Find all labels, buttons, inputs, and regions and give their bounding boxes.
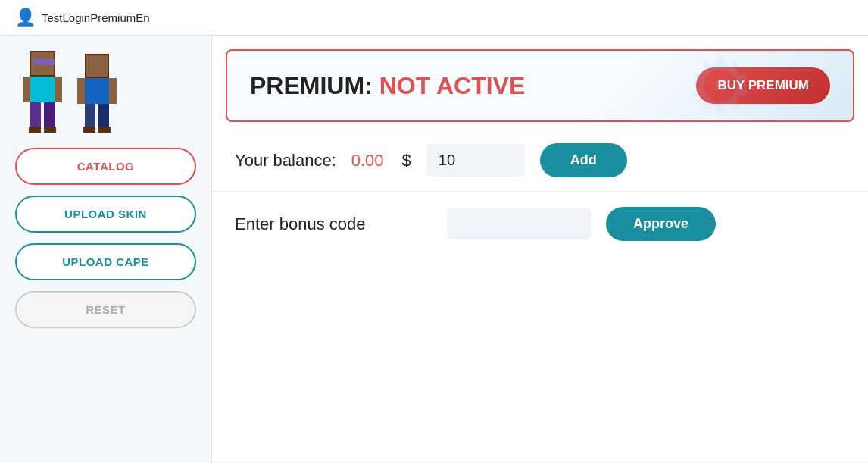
buy-premium-button[interactable]: BUY PREMIUM <box>696 67 830 104</box>
bonus-label: Enter bonus code <box>235 214 432 234</box>
skin-foot-right-1 <box>44 127 56 133</box>
skin-arm-right-2 <box>109 78 117 104</box>
balance-label: Your balance: <box>235 151 336 170</box>
skin-torso-2 <box>85 78 109 104</box>
skin-head-2 <box>85 54 109 78</box>
skin-foot-2a <box>83 127 95 133</box>
add-button[interactable]: Add <box>540 143 627 177</box>
skin-feet-1 <box>29 127 56 133</box>
user-info: 👤 TestLoginPremiumEn <box>15 8 150 27</box>
skin-leg-right-1 <box>44 102 55 127</box>
skin-legs-1 <box>30 102 55 127</box>
premium-label: PREMIUM: <box>250 72 379 99</box>
top-bar: 👤 TestLoginPremiumEn <box>0 0 868 36</box>
username-label: TestLoginPremiumEn <box>42 11 150 24</box>
skin-body-1 <box>23 77 62 102</box>
skin-legs-2 <box>85 104 109 127</box>
skin-leg-left-2 <box>85 104 95 127</box>
balance-amount: 0.00 <box>351 151 384 170</box>
skin-body-2 <box>77 78 117 104</box>
skin-leg-left-1 <box>30 102 41 127</box>
sidebar: CATALOG UPLOAD SKIN UPLOAD CAPE RESET <box>0 36 212 462</box>
premium-banner: PREMIUM: NOT ACTIVE ⚙ BUY PREMIUM <box>226 49 854 122</box>
balance-row: Your balance: 0.00 $ Add <box>212 130 868 192</box>
skin-figure-front <box>23 51 62 133</box>
user-avatar-icon: 👤 <box>15 8 36 27</box>
amount-input[interactable] <box>426 144 525 177</box>
skin-arm-left-1 <box>23 77 30 102</box>
skin-leg-right-2 <box>98 104 109 127</box>
skin-foot-left-1 <box>29 127 41 133</box>
skin-figure-side <box>77 54 117 133</box>
balance-currency: $ <box>402 151 411 170</box>
banner-decorative-art: ⚙ <box>686 49 754 122</box>
premium-status: NOT ACTIVE <box>379 72 526 99</box>
skin-torso-1 <box>30 77 55 102</box>
skin-preview-container <box>15 43 196 148</box>
reset-button[interactable]: RESET <box>15 291 196 328</box>
skin-arm-left-2 <box>77 78 85 104</box>
skin-head-1 <box>30 51 55 77</box>
main-layout: CATALOG UPLOAD SKIN UPLOAD CAPE RESET PR… <box>0 36 868 462</box>
skin-feet-2 <box>83 127 111 133</box>
bonus-row: Enter bonus code Approve <box>212 192 868 256</box>
bonus-code-input[interactable] <box>447 208 591 239</box>
premium-status-text: PREMIUM: NOT ACTIVE <box>250 72 525 100</box>
upload-cape-button[interactable]: UPLOAD CAPE <box>15 243 196 280</box>
skin-foot-2b <box>98 127 111 133</box>
skin-arm-right-1 <box>55 77 62 102</box>
approve-button[interactable]: Approve <box>606 207 716 241</box>
upload-skin-button[interactable]: UPLOAD SKIN <box>15 196 196 233</box>
catalog-button[interactable]: CATALOG <box>15 148 196 185</box>
main-content: PREMIUM: NOT ACTIVE ⚙ BUY PREMIUM Your b… <box>212 36 868 462</box>
